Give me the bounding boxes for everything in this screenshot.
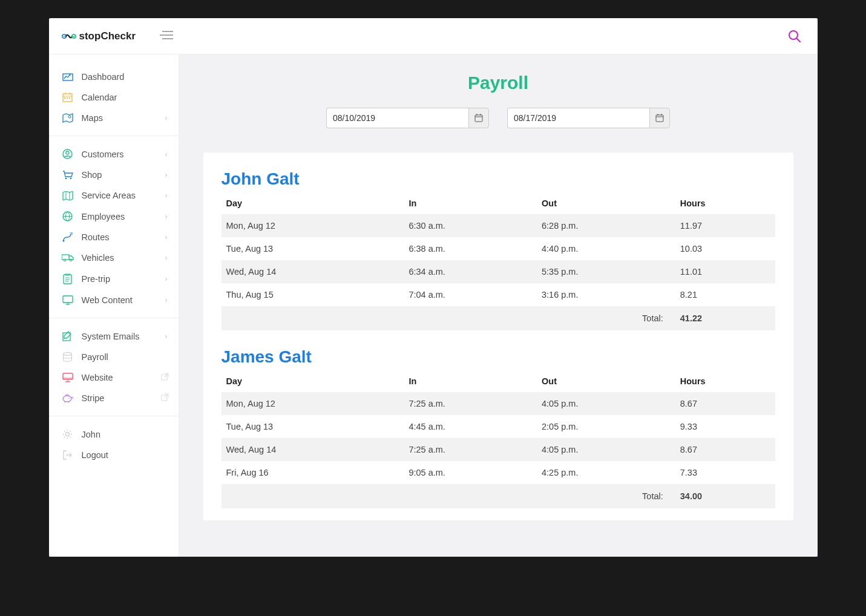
globe-icon [61, 211, 74, 221]
calendar-icon [61, 93, 74, 102]
date-from-input[interactable] [326, 108, 468, 128]
employee-name[interactable]: James Galt [221, 347, 775, 367]
sidebar-group: DashboardCalendarMaps› [49, 67, 179, 136]
cell-out: 4:05 p.m. [537, 438, 675, 461]
cell-in: 6:34 a.m. [404, 260, 537, 283]
svg-rect-14 [67, 97, 68, 99]
col-in: In [404, 370, 537, 392]
page-title: Payroll [203, 73, 793, 93]
date-to-group [507, 108, 670, 128]
brand-logo[interactable]: stopCheckr [61, 30, 136, 43]
sidebar-item-pre-trip[interactable]: Pre-trip› [49, 268, 179, 290]
svg-line-45 [165, 373, 168, 377]
chevron-right-icon: › [165, 233, 168, 241]
clip-icon [61, 274, 74, 284]
sidebar-item-web-content[interactable]: Web Content› [49, 290, 179, 310]
user-icon [61, 149, 74, 159]
svg-rect-13 [64, 97, 65, 99]
chevron-right-icon: › [165, 212, 168, 221]
cell-out: 5:35 p.m. [537, 260, 675, 283]
cell-day: Wed, Aug 14 [221, 438, 404, 461]
employee-name[interactable]: John Galt [221, 169, 775, 189]
calendar-icon [655, 114, 664, 122]
cell-day: Wed, Aug 14 [221, 260, 404, 283]
sidebar-item-label: Calendar [82, 93, 117, 102]
sidebar-item-website[interactable]: Website [49, 367, 179, 388]
sidebar-item-stripe[interactable]: Stripe [49, 388, 179, 408]
svg-rect-58 [656, 115, 663, 122]
sidebar-item-label: Logout [82, 450, 108, 460]
search-button[interactable] [787, 29, 802, 46]
sidebar-item-system-emails[interactable]: System Emails› [49, 326, 179, 347]
svg-point-26 [62, 240, 64, 242]
cell-in: 7:04 a.m. [404, 283, 537, 306]
cell-in: 7:25 a.m. [404, 392, 537, 415]
sidebar-item-vehicles[interactable]: Vehicles› [49, 247, 179, 268]
external-link-icon [161, 393, 169, 403]
chevron-right-icon: › [165, 191, 168, 200]
sidebar-item-label: John [82, 430, 100, 439]
date-from-picker-button[interactable] [468, 108, 489, 128]
sidebar-item-label: Customers [82, 149, 124, 159]
stack-icon [61, 352, 74, 362]
edit-icon [61, 331, 74, 341]
total-value: 34.00 [675, 484, 775, 508]
svg-point-47 [68, 398, 70, 399]
sidebar-item-label: Maps [82, 113, 103, 123]
sidebar-item-employees[interactable]: Employees› [49, 206, 179, 227]
cell-hours: 8.67 [675, 392, 775, 415]
sidebar-item-label: Service Areas [82, 191, 136, 200]
sidebar-item-maps[interactable]: Maps› [49, 108, 179, 128]
cell-in: 9:05 a.m. [404, 461, 537, 484]
cell-day: Thu, Aug 15 [221, 283, 404, 306]
sidebar-item-calendar[interactable]: Calendar [49, 87, 179, 108]
cell-day: Tue, Aug 13 [221, 237, 404, 260]
cell-hours: 8.67 [675, 438, 775, 461]
svg-point-19 [65, 177, 67, 179]
cell-in: 4:45 a.m. [404, 415, 537, 438]
svg-rect-54 [475, 115, 482, 122]
cell-hours: 11.01 [675, 260, 775, 283]
sidebar-item-customers[interactable]: Customers› [49, 143, 179, 165]
col-out: Out [537, 370, 675, 392]
menu-toggle-button[interactable] [160, 31, 173, 42]
sidebar-item-payroll[interactable]: Payroll [49, 347, 179, 367]
payroll-card: John GaltDayInOutHoursMon, Aug 126:30 a.… [203, 152, 793, 520]
desktop-icon [61, 373, 74, 382]
svg-point-20 [70, 177, 71, 179]
date-to-input[interactable] [507, 108, 649, 128]
menu-icon [160, 31, 173, 39]
cell-in: 6:38 a.m. [404, 237, 537, 260]
calendar-icon [474, 114, 483, 122]
sidebar-item-label: Vehicles [82, 253, 114, 263]
sidebar-item-routes[interactable]: Routes› [49, 227, 179, 247]
sidebar-item-john[interactable]: John [49, 424, 179, 445]
map-icon [61, 113, 74, 123]
cell-out: 4:05 p.m. [537, 392, 675, 415]
svg-point-18 [66, 151, 69, 154]
chevron-right-icon: › [165, 254, 168, 262]
svg-rect-35 [63, 296, 73, 303]
cell-hours: 8.21 [675, 283, 775, 306]
sidebar-item-service-areas[interactable]: Service Areas› [49, 185, 179, 206]
cell-hours: 10.03 [675, 237, 775, 260]
search-icon [787, 29, 802, 44]
sidebar-item-label: Web Content [82, 295, 133, 305]
date-to-picker-button[interactable] [649, 108, 670, 128]
cell-day: Mon, Aug 12 [221, 392, 404, 415]
cell-day: Mon, Aug 12 [221, 214, 404, 237]
sidebar-item-label: Payroll [82, 352, 108, 362]
cell-out: 3:16 p.m. [537, 283, 675, 306]
logo-icon [61, 30, 77, 43]
sidebar-item-dashboard[interactable]: Dashboard [49, 67, 179, 87]
cell-in: 7:25 a.m. [404, 438, 537, 461]
main-content: Payroll John GaltDayInOutHoursMon, Aug 1… [179, 54, 818, 557]
sidebar-group: JohnLogout [49, 424, 179, 473]
cell-day: Tue, Aug 13 [221, 415, 404, 438]
sidebar-item-label: Pre-trip [82, 274, 111, 284]
cart-icon [61, 171, 74, 180]
sidebar-item-shop[interactable]: Shop› [49, 165, 179, 185]
sidebar-item-logout[interactable]: Logout [49, 445, 179, 465]
gear-icon [61, 429, 74, 439]
col-hours: Hours [675, 370, 775, 392]
